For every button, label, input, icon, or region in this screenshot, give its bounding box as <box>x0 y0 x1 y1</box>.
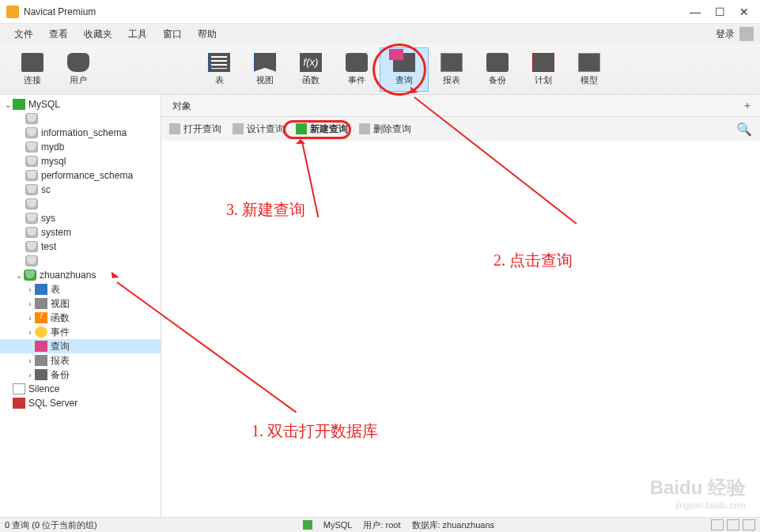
tab-objects[interactable]: 对象 <box>161 96 202 116</box>
close-button[interactable]: ✕ <box>739 6 749 18</box>
user-avatar-icon[interactable] <box>739 27 754 41</box>
toolbar-event-label: 事件 <box>348 74 365 86</box>
database-icon <box>25 184 38 195</box>
tree-db[interactable]: information_schema <box>0 126 161 140</box>
search-button[interactable]: 🔍 <box>736 122 752 137</box>
toolbar-event[interactable]: 事件 <box>334 47 380 92</box>
tree-db-label: information_schema <box>41 127 127 138</box>
toolbar-user[interactable]: 用户 <box>55 47 101 92</box>
tree-db[interactable]: performance_schema <box>0 168 161 183</box>
menu-window[interactable]: 窗口 <box>155 28 190 41</box>
tree-db[interactable] <box>0 197 161 211</box>
tree-node-table[interactable]: ›表 <box>0 282 161 296</box>
model-icon <box>578 53 600 72</box>
tree-db-label: system <box>41 227 71 238</box>
toolbar-plan-label: 计划 <box>535 74 552 86</box>
menu-favorites[interactable]: 收藏夹 <box>76 28 120 41</box>
query-icon <box>393 53 415 72</box>
main-toolbar: 连接 用户 表 视图 f(x) 函数 事件 查询 报表 备份 计划 模型 <box>0 44 760 95</box>
delete-query-button[interactable]: 删除查询 <box>359 123 411 136</box>
menu-help[interactable]: 帮助 <box>190 28 225 41</box>
event-icon <box>346 53 368 72</box>
menu-file[interactable]: 文件 <box>6 28 41 41</box>
toolbar-query[interactable]: 查询 <box>380 47 429 92</box>
minimize-button[interactable]: — <box>690 6 701 18</box>
tree-node-label: 表 <box>51 283 60 296</box>
tree-db-open[interactable]: ⌄ zhuanzhuans <box>0 268 161 282</box>
tree-db[interactable]: system <box>0 225 161 240</box>
titlebar: Navicat Premium — ☐ ✕ <box>0 0 760 24</box>
new-tab-button[interactable]: ＋ <box>743 99 752 112</box>
design-query-label: 设计查询 <box>247 123 285 136</box>
table-icon <box>35 284 47 295</box>
view-grid-icon[interactable] <box>711 519 724 530</box>
new-query-button[interactable]: 新建查询 <box>296 123 348 136</box>
toolbar-view[interactable]: 视图 <box>242 47 288 92</box>
delete-query-label: 删除查询 <box>373 123 411 136</box>
tree-node-event[interactable]: ›事件 <box>0 325 161 339</box>
menu-view[interactable]: 查看 <box>41 28 76 41</box>
toolbar-model-label: 模型 <box>580 74 598 86</box>
tree-conn-mysql[interactable]: ⌄ MySQL <box>0 97 161 111</box>
tree-node-label: 函数 <box>51 311 70 325</box>
maximize-button[interactable]: ☐ <box>715 6 725 18</box>
tree-db[interactable]: sys <box>0 211 161 225</box>
tree-conn-sqlserver[interactable]: SQL Server <box>0 396 161 410</box>
tree-db-label: performance_schema <box>41 170 133 181</box>
tree-node-label: 事件 <box>51 326 70 339</box>
tree-db[interactable]: sc <box>0 183 161 197</box>
connection-icon <box>13 398 25 409</box>
tree-db[interactable] <box>0 254 161 268</box>
design-query-button[interactable]: 设计查询 <box>233 123 285 136</box>
connection-tree[interactable]: ⌄ MySQL information_schema mydb mysql pe… <box>0 95 161 517</box>
tree-node-label: 备份 <box>51 368 70 382</box>
status-conn: MySQL <box>323 520 353 530</box>
toolbar-backup[interactable]: 备份 <box>475 47 520 92</box>
tree-db[interactable]: test <box>0 240 161 254</box>
tree-node-label: 查询 <box>51 340 70 353</box>
query-icon <box>35 341 47 352</box>
tree-node-view[interactable]: ›视图 <box>0 296 161 311</box>
design-icon <box>233 123 244 134</box>
database-open-icon <box>24 270 36 281</box>
open-query-button[interactable]: 打开查询 <box>169 123 221 136</box>
tree-node-backup[interactable]: ›备份 <box>0 368 161 382</box>
toolbar-table[interactable]: 表 <box>196 47 242 92</box>
window-title: Navicat Premium <box>24 6 96 17</box>
menu-tools[interactable]: 工具 <box>120 28 155 41</box>
report-icon <box>35 355 47 366</box>
tree-conn-label: SQL Server <box>28 398 78 409</box>
status-left: 0 查询 (0 位于当前的组) <box>5 519 97 531</box>
view-list-icon[interactable] <box>727 519 739 530</box>
toolbar-function[interactable]: f(x) 函数 <box>288 47 334 92</box>
toolbar-connect[interactable]: 连接 <box>9 47 55 92</box>
tree-db-label: test <box>41 241 56 252</box>
tab-row: 对象 ＋ <box>161 95 760 117</box>
tree-node-query[interactable]: 查询 <box>0 339 161 353</box>
tree-db[interactable] <box>0 111 161 126</box>
status-user: 用户: root <box>363 519 400 531</box>
toolbar-user-label: 用户 <box>70 74 87 86</box>
statusbar: 0 查询 (0 位于当前的组) MySQL 用户: root 数据库: zhua… <box>0 517 760 532</box>
database-icon <box>25 198 38 209</box>
toolbar-function-label: 函数 <box>302 74 320 86</box>
tree-db-open-label: zhuanzhuans <box>40 270 96 281</box>
tree-node-report[interactable]: ›报表 <box>0 353 161 368</box>
tree-db[interactable]: mysql <box>0 154 161 168</box>
view-detail-icon[interactable] <box>743 519 755 530</box>
backup-icon <box>35 369 47 380</box>
tree-conn-label: MySQL <box>28 99 60 110</box>
toolbar-report[interactable]: 报表 <box>429 47 475 92</box>
content-body <box>161 141 760 517</box>
status-db: 数据库: zhuanzhuans <box>412 519 495 531</box>
toolbar-model[interactable]: 模型 <box>566 47 612 92</box>
report-icon <box>440 53 463 72</box>
tree-db[interactable]: mydb <box>0 140 161 154</box>
database-icon <box>25 170 38 181</box>
clock-icon <box>35 326 47 338</box>
tree-node-function[interactable]: ›f函数 <box>0 311 161 325</box>
toolbar-plan[interactable]: 计划 <box>520 47 566 92</box>
tree-conn-silence[interactable]: Silence <box>0 382 161 396</box>
view-icon <box>254 53 276 72</box>
login-link[interactable]: 登录 <box>716 28 735 41</box>
